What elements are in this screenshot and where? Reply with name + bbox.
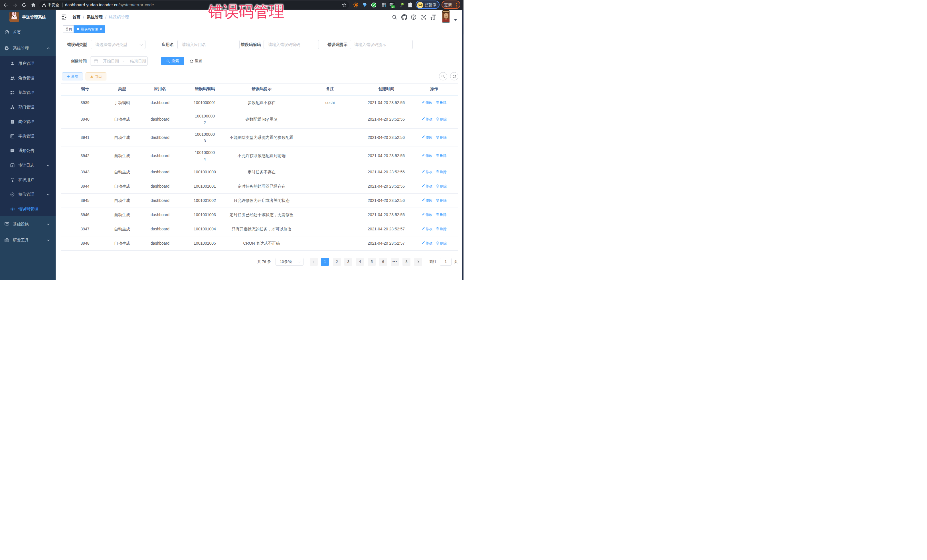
svg-text:on: on	[392, 5, 395, 8]
